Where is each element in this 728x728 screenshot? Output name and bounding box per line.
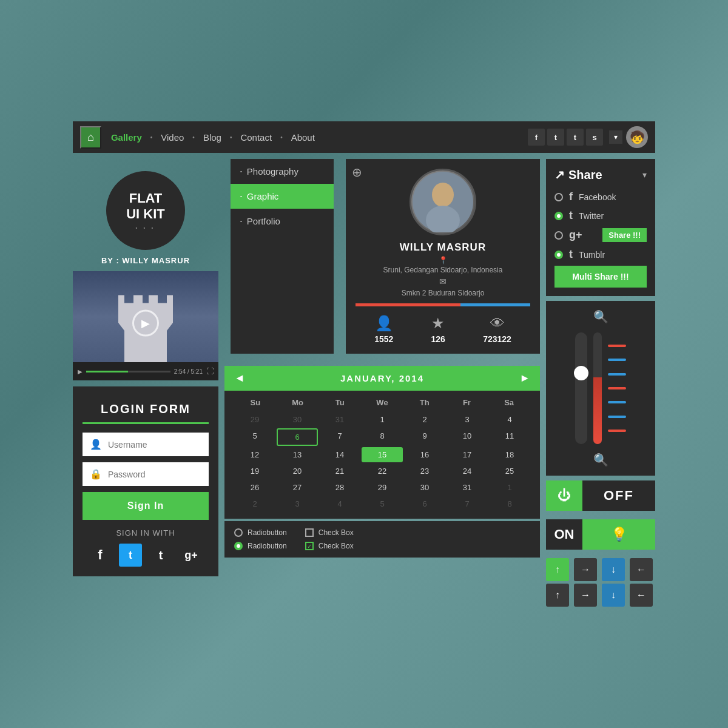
nav-avatar[interactable]: 🧒 <box>626 126 648 148</box>
arrow-left-1[interactable]: ← <box>630 558 653 581</box>
cal-day[interactable]: 2 <box>234 496 275 511</box>
social-tumblr-login[interactable]: t <box>149 544 172 567</box>
arrow-up-1[interactable]: ↑ <box>546 558 569 581</box>
cal-day[interactable]: 31 <box>447 480 488 495</box>
checkbox-empty-item[interactable]: Check Box <box>305 528 354 537</box>
share-facebook[interactable]: f Facebook <box>554 190 647 203</box>
cal-day[interactable]: 21 <box>319 463 360 479</box>
radio-filled-item[interactable]: Radiobutton <box>234 542 287 550</box>
cal-day[interactable]: 25 <box>489 463 530 479</box>
radio-facebook[interactable] <box>554 193 563 201</box>
arrow-down-dl-2[interactable]: ↓ <box>602 584 625 607</box>
checkbox-checked-item[interactable]: ✓ Check Box <box>305 542 354 550</box>
cal-day[interactable]: 31 <box>319 412 360 427</box>
cal-day[interactable]: 30 <box>404 480 445 495</box>
cal-day[interactable]: 26 <box>234 480 275 495</box>
cal-day[interactable]: 29 <box>362 480 403 495</box>
zoom-in-icon[interactable]: 🔍 <box>593 309 608 324</box>
dropdown-portfolio[interactable]: • Portfolio <box>231 209 334 234</box>
social-facebook[interactable]: f <box>528 129 545 146</box>
slider-thumb[interactable] <box>574 366 588 380</box>
radio-selected[interactable] <box>234 542 243 550</box>
cal-day[interactable]: 30 <box>277 412 318 427</box>
video-player[interactable]: ▶ ▶ 2:54 / 5:21 ⛶ <box>73 271 218 380</box>
cal-day[interactable]: 4 <box>489 412 530 427</box>
radio-tumblr[interactable] <box>554 251 563 259</box>
share-dropdown-icon[interactable]: ▾ <box>642 170 647 180</box>
share-tumblr[interactable]: t Tumblr <box>554 248 647 261</box>
multi-share-button[interactable]: Multi Share !!! <box>554 266 647 288</box>
arrow-up-2[interactable]: ↑ <box>546 584 569 607</box>
cal-day[interactable]: 5 <box>234 428 275 446</box>
nav-item-video[interactable]: Video <box>156 130 189 145</box>
bulb-button[interactable]: 💡 <box>582 519 655 550</box>
share-google[interactable]: g+ Share !!! <box>554 228 647 242</box>
cal-day[interactable]: 9 <box>404 428 445 446</box>
signin-button[interactable]: Sign In <box>83 492 209 520</box>
power-button[interactable]: ⏻ <box>546 480 582 511</box>
username-field[interactable]: 👤 <box>83 433 209 456</box>
arrow-left-2[interactable]: ← <box>630 584 653 607</box>
nav-home-button[interactable]: ⌂ <box>80 126 101 149</box>
cal-day[interactable]: 11 <box>489 428 530 446</box>
social-facebook-login[interactable]: f <box>89 544 112 567</box>
cal-day[interactable]: 16 <box>404 447 445 462</box>
arrow-right-2[interactable]: → <box>574 584 597 607</box>
social-twitter[interactable]: t <box>547 129 564 146</box>
cal-day[interactable]: 22 <box>362 463 403 479</box>
fullscreen-icon[interactable]: ⛶ <box>206 367 214 376</box>
radio-empty-item[interactable]: Radiobutton <box>234 528 287 537</box>
share-twitter[interactable]: t Twitter <box>554 209 647 222</box>
radio-google[interactable] <box>554 231 563 240</box>
cal-day[interactable]: 23 <box>404 463 445 479</box>
zoom-out-icon[interactable]: 🔍 <box>593 453 608 467</box>
nav-dropdown-button[interactable]: ▾ <box>609 130 622 144</box>
nav-item-gallery[interactable]: Gallery <box>106 130 147 145</box>
cal-day[interactable]: 7 <box>319 428 360 446</box>
password-input[interactable] <box>108 470 201 479</box>
social-skype[interactable]: s <box>586 129 603 146</box>
dropdown-photography[interactable]: • Photography <box>231 159 334 184</box>
cal-day[interactable]: 20 <box>277 463 318 479</box>
dropdown-graphic[interactable]: • Graphic <box>231 184 334 209</box>
social-google-login[interactable]: g+ <box>180 544 203 567</box>
nav-item-blog[interactable]: Blog <box>198 130 226 145</box>
cal-day[interactable]: 5 <box>362 496 403 511</box>
nav-item-about[interactable]: About <box>286 130 320 145</box>
cal-day[interactable]: 4 <box>319 496 360 511</box>
arrow-right-1[interactable]: → <box>574 558 597 581</box>
cal-day[interactable]: 8 <box>489 496 530 511</box>
checkbox-checked[interactable]: ✓ <box>305 542 314 550</box>
cal-day[interactable]: 3 <box>447 412 488 427</box>
cal-day[interactable]: 1 <box>362 412 403 427</box>
cal-next-button[interactable]: ► <box>519 372 530 385</box>
arrow-down-dl-1[interactable]: ↓ <box>602 558 625 581</box>
cal-day[interactable]: 1 <box>489 480 530 495</box>
vertical-slider[interactable] <box>575 332 587 444</box>
social-tumblr[interactable]: t <box>567 129 584 146</box>
share-now-button[interactable]: Share !!! <box>602 228 647 242</box>
cal-day[interactable]: 7 <box>447 496 488 511</box>
cal-day[interactable]: 28 <box>319 480 360 495</box>
cal-day[interactable]: 8 <box>362 428 403 446</box>
radio-empty[interactable] <box>234 528 243 537</box>
password-field[interactable]: 🔒 <box>83 462 209 486</box>
nav-item-contact[interactable]: Contact <box>235 130 277 145</box>
radio-twitter[interactable] <box>554 212 563 220</box>
play-pause-icon[interactable]: ▶ <box>78 368 83 375</box>
cal-day[interactable]: 19 <box>234 463 275 479</box>
checkbox-empty[interactable] <box>305 528 314 537</box>
cal-day[interactable]: 3 <box>277 496 318 511</box>
cal-day[interactable]: 2 <box>404 412 445 427</box>
cal-day[interactable]: 17 <box>447 447 488 462</box>
cal-day[interactable]: 24 <box>447 463 488 479</box>
cal-day-15[interactable]: 15 <box>362 447 403 462</box>
cal-day[interactable]: 14 <box>319 447 360 462</box>
cal-prev-button[interactable]: ◄ <box>234 372 245 385</box>
play-button[interactable]: ▶ <box>132 310 159 337</box>
username-input[interactable] <box>108 440 201 450</box>
cal-day-6[interactable]: 6 <box>277 428 318 446</box>
progress-bar[interactable] <box>86 371 170 372</box>
add-button[interactable]: ⊕ <box>352 165 362 180</box>
cal-day[interactable]: 12 <box>234 447 275 462</box>
